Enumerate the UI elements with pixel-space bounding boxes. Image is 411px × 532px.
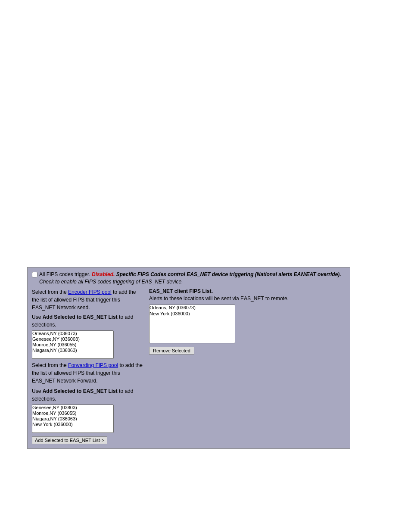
add-encoder-instruction: Use Add Selected to EAS_NET List to add …: [32, 313, 144, 329]
forward-instruction: Select from the Forwarding FIPS pool to …: [32, 361, 144, 385]
forward-fips-select[interactable]: Genesee,NY (03803)Monroe,NY (036055)Niag…: [32, 404, 114, 433]
left-panel: Select from the Encoder FIPS pool to add…: [32, 288, 144, 444]
eas-net-list-header: EAS_NET client FIPS List.: [149, 288, 346, 294]
add-encoder-bold: Add Selected to EAS_NET List: [43, 314, 118, 320]
encoder-fips-pool-link[interactable]: Encoder FIPS pool: [68, 289, 112, 295]
forward-instr1: Select from the: [32, 362, 68, 368]
right-panel: EAS_NET client FIPS List. Alerts to thes…: [149, 288, 346, 444]
encoder-instr1: Select from the: [32, 289, 68, 295]
forwarding-fips-pool-link[interactable]: Forwarding FIPS pool: [68, 362, 118, 368]
eas-net-list-subtext: Alerts to these locations will be sent v…: [149, 295, 346, 302]
top-check-note-text: Check to enable all FIPS codes triggerin…: [39, 279, 183, 285]
eas-net-client-select[interactable]: Orleans, NY (036073)New York (036000): [149, 305, 235, 343]
all-fips-checkbox[interactable]: [32, 272, 37, 277]
content-area: Select from the Encoder FIPS pool to add…: [32, 288, 346, 444]
top-checkbox-text: All FIPS codes trigger.: [39, 271, 90, 277]
add-forward-bold: Add Selected to EAS_NET List: [43, 388, 118, 394]
top-description-text: Specific FIPS Codes control EAS_NET devi…: [116, 271, 341, 277]
top-status-text: Disabled.: [92, 271, 115, 277]
add-forward-instruction: Use Add Selected to EAS_NET List to add …: [32, 387, 144, 403]
top-description-row: All FIPS codes trigger. Disabled. Specif…: [32, 271, 346, 286]
main-panel: All FIPS codes trigger. Disabled. Specif…: [27, 267, 350, 449]
all-fips-checkbox-label[interactable]: All FIPS codes trigger. Disabled. Specif…: [32, 271, 346, 286]
add-forward-label: Use: [32, 388, 43, 394]
add-selected-button[interactable]: Add Selected to EAS_NET List->: [32, 436, 107, 444]
encoder-instruction: Select from the Encoder FIPS pool to add…: [32, 288, 144, 311]
encoder-fips-select[interactable]: Orleans,NY (036073)Genesee,NY (036003)Mo…: [32, 330, 114, 359]
remove-selected-button[interactable]: Remove Selected: [149, 347, 194, 355]
add-encoder-label: Use: [32, 314, 43, 320]
